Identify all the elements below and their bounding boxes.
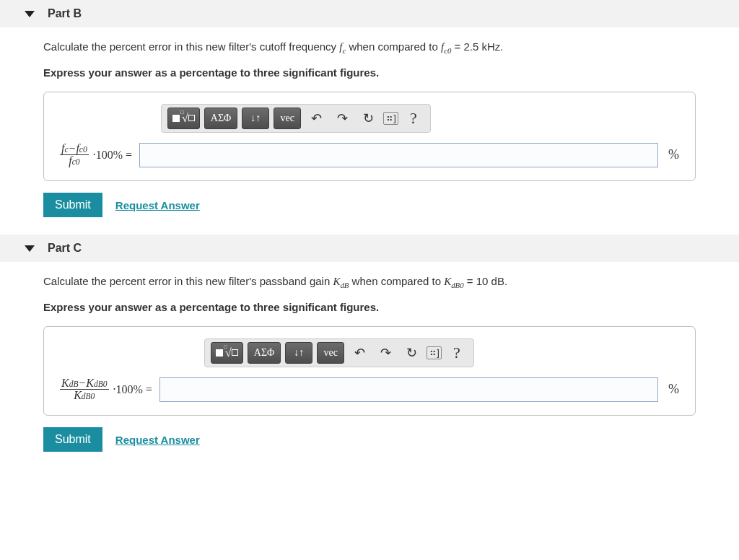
vec-button[interactable]: vec xyxy=(274,108,301,129)
symbol-fc: fc xyxy=(339,41,346,53)
prompt-text: = 2.5 kHz. xyxy=(455,40,504,53)
instruction: Express your answer as a percentage to t… xyxy=(43,66,696,79)
unit-label: % xyxy=(665,382,679,397)
prompt-text: when compared to xyxy=(352,275,445,287)
prompt-text: Calculate the percent error in this new … xyxy=(43,40,339,53)
greek-button[interactable]: ΑΣΦ xyxy=(248,342,281,364)
square-icon xyxy=(172,115,180,122)
part-header[interactable]: Part C xyxy=(0,235,739,262)
vec-button[interactable]: vec xyxy=(317,342,344,364)
answer-area: √ ΑΣΦ ↓↑ vec ↶ ↷ ↻ ⠶ ? fc−fc0 fc0 ·100% … xyxy=(43,92,696,182)
keyboard-icon[interactable]: ⠶ xyxy=(427,346,442,359)
unit-label: % xyxy=(665,147,679,162)
answer-row: KdB−KdB0 KdB0 ·100% = % xyxy=(60,377,679,403)
root-box-icon xyxy=(232,349,238,356)
answer-area: √ ΑΣΦ ↓↑ vec ↶ ↷ ↻ ⠶ ? KdB−KdB0 KdB0 ·10… xyxy=(43,326,696,416)
answer-input[interactable] xyxy=(159,377,658,402)
equation-lhs: KdB−KdB0 KdB0 ·100% = xyxy=(60,377,152,403)
reset-icon[interactable]: ↻ xyxy=(357,108,379,128)
part-header[interactable]: Part B xyxy=(0,0,739,27)
actions: Submit Request Answer xyxy=(43,193,696,217)
help-icon[interactable]: ? xyxy=(446,343,468,363)
lhs-tail: ·100% = xyxy=(93,149,132,162)
symbol-kdb0: KdB0 xyxy=(444,276,463,287)
reset-icon[interactable]: ↻ xyxy=(401,343,422,363)
subsup-button[interactable]: ↓↑ xyxy=(285,342,312,364)
submit-button[interactable]: Submit xyxy=(43,193,102,217)
undo-icon[interactable]: ↶ xyxy=(349,343,370,363)
templates-button[interactable]: √ xyxy=(211,342,243,364)
templates-button[interactable]: √ xyxy=(167,108,200,129)
answer-input[interactable] xyxy=(139,143,658,167)
undo-icon[interactable]: ↶ xyxy=(305,108,327,128)
help-icon[interactable]: ? xyxy=(403,108,424,128)
subsup-button[interactable]: ↓↑ xyxy=(242,108,269,129)
lhs-tail: ·100% = xyxy=(113,383,152,396)
answer-row: fc−fc0 fc0 ·100% = % xyxy=(60,143,679,168)
prompt-text: = 10 dB. xyxy=(467,275,507,287)
part-title: Part C xyxy=(48,242,82,255)
redo-icon[interactable]: ↷ xyxy=(331,108,353,128)
symbol-fc0: fc0 xyxy=(441,41,451,53)
root-icon: √ xyxy=(225,346,232,359)
chevron-down-icon xyxy=(25,11,35,17)
part-body: Calculate the percent error in this new … xyxy=(0,39,739,235)
square-icon xyxy=(216,349,223,356)
prompt-text: when compared to xyxy=(349,40,441,53)
greek-button[interactable]: ΑΣΦ xyxy=(204,108,238,129)
equation-toolbar: √ ΑΣΦ ↓↑ vec ↶ ↷ ↻ ⠶ ? xyxy=(204,338,474,367)
request-answer-link[interactable]: Request Answer xyxy=(115,434,200,446)
part-title: Part B xyxy=(48,7,82,20)
equation-toolbar: √ ΑΣΦ ↓↑ vec ↶ ↷ ↻ ⠶ ? xyxy=(161,104,431,133)
chevron-down-icon xyxy=(25,245,35,252)
keyboard-icon[interactable]: ⠶ xyxy=(383,112,398,125)
symbol-kdb: KdB xyxy=(333,276,349,287)
part-body: Calculate the percent error in this new … xyxy=(0,274,739,469)
root-icon: √ xyxy=(182,112,188,125)
redo-icon[interactable]: ↷ xyxy=(375,343,396,363)
actions: Submit Request Answer xyxy=(43,427,696,452)
submit-button[interactable]: Submit xyxy=(43,427,102,452)
root-box-icon xyxy=(188,115,195,121)
equation-lhs: fc−fc0 fc0 ·100% = xyxy=(60,143,132,168)
question-prompt: Calculate the percent error in this new … xyxy=(43,39,696,56)
prompt-text: Calculate the percent error in this new … xyxy=(43,275,333,287)
instruction: Express your answer as a percentage to t… xyxy=(43,301,696,313)
question-prompt: Calculate the percent error in this new … xyxy=(43,274,696,290)
request-answer-link[interactable]: Request Answer xyxy=(115,199,200,211)
